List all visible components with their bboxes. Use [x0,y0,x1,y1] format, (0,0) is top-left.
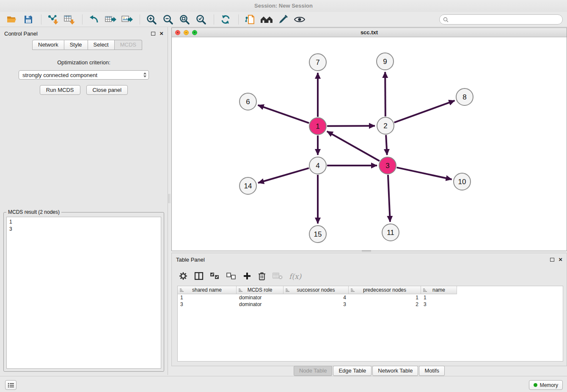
graph-edge-3-1[interactable] [327,131,380,161]
graph-node-8[interactable]: 8 [456,88,473,105]
show-columns-button[interactable] [194,272,204,282]
graph-node-3[interactable]: 3 [379,157,396,174]
graph-edge-3-10[interactable] [397,168,452,179]
close-panel-button[interactable]: Close panel [86,85,128,95]
float-panel-icon[interactable] [151,32,155,36]
tab-select[interactable]: Select [88,40,115,50]
graph-node-1[interactable]: 1 [309,118,326,135]
close-panel-icon[interactable]: × [559,257,562,262]
close-panel-icon[interactable]: × [160,30,163,36]
paint-style-button[interactable] [275,13,291,26]
graph-node-11[interactable]: 11 [382,224,399,241]
tab-network-table[interactable]: Network Table [372,366,418,376]
unselect-all-button[interactable] [226,272,237,282]
run-mcds-button[interactable]: Run MCDS [40,85,80,95]
show-hide-button[interactable] [292,13,307,26]
maximize-window-icon[interactable]: + [192,30,197,35]
column-header-successor-nodes[interactable]: successor nodes [284,286,349,294]
zoom-fit-button[interactable] [177,13,192,26]
export-network-icon [88,14,100,25]
zoom-in-button[interactable] [144,13,159,26]
memory-button[interactable]: Memory [529,380,563,390]
table-cell[interactable]: 3 [421,301,457,307]
table-cell[interactable]: 1 [421,295,457,301]
graph-node-4[interactable]: 4 [309,157,326,174]
panel-splitter-handle[interactable] [168,194,170,203]
select-all-button[interactable] [210,272,220,282]
graph-node-10[interactable]: 10 [454,173,471,190]
table-cell[interactable]: 2 [349,301,421,307]
column-header-label: MCDS role [248,287,272,293]
optimization-criterion-label: Optimization criterion: [0,59,168,66]
tab-style[interactable]: Style [64,40,88,50]
graph-node-9[interactable]: 9 [377,53,394,70]
export-table-button[interactable] [103,13,118,26]
search-box[interactable] [439,14,563,25]
column-header-MCDS-role[interactable]: MCDS role [237,286,284,294]
svg-text:7: 7 [316,58,319,66]
svg-text:1: 1 [316,122,319,130]
table-row[interactable]: 1dominator411 [178,294,563,301]
graph-node-2[interactable]: 2 [377,117,394,134]
delete-column-button[interactable] [258,271,266,282]
table-cell[interactable]: dominator [237,295,284,301]
svg-text:3: 3 [385,162,389,170]
mcds-result-group: MCDS result (2 nodes) 1 3 [3,209,164,372]
network-canvas[interactable]: 7968124314101511 [172,37,567,251]
refresh-button[interactable] [218,13,233,26]
svg-text:14: 14 [244,182,252,190]
import-network-button[interactable] [45,13,61,26]
svg-text:9: 9 [383,58,387,66]
graph-node-14[interactable]: 14 [239,177,256,194]
graph-node-15[interactable]: 15 [309,226,326,243]
float-panel-icon[interactable] [550,258,554,262]
graph-edge-2-3[interactable] [386,135,387,155]
column-header-name[interactable]: name [421,286,457,294]
table-cell[interactable]: 3 [178,301,237,307]
minimize-window-icon[interactable]: − [184,30,189,35]
table-settings-button[interactable] [179,271,188,282]
table-cell[interactable]: 3 [284,301,349,307]
optimization-criterion-select[interactable]: strongly connected component [19,70,149,80]
panel-menu-button[interactable] [5,380,17,390]
graph-edge-2-9[interactable] [385,72,385,116]
graph-node-6[interactable]: 6 [239,93,256,110]
table-cell[interactable]: dominator [237,301,284,307]
network-window-titlebar[interactable]: × − + scc.txt [172,28,567,37]
mcds-result-list[interactable]: 1 3 [6,217,161,369]
zoom-out-button[interactable] [160,13,176,26]
export-network-button[interactable] [86,13,102,26]
tab-edge-table[interactable]: Edge Table [333,366,372,376]
graph-edge-2-8[interactable] [394,101,455,123]
table-cell[interactable]: 4 [284,295,349,301]
export-image-button[interactable] [119,13,135,26]
import-table-button[interactable] [62,13,77,26]
window-splitter-handle[interactable] [362,250,371,252]
graph-edge-4-14[interactable] [258,168,309,183]
column-header-shared-name[interactable]: shared name [178,286,237,294]
zoom-selected-button[interactable] [193,13,209,26]
search-input[interactable] [451,17,559,22]
close-window-icon[interactable]: × [175,30,180,35]
first-neighbors-button[interactable] [259,13,274,26]
tab-mcds[interactable]: MCDS [115,40,142,50]
mcds-result-title: MCDS result (2 nodes) [6,209,61,215]
graph-edge-1-6[interactable] [258,105,309,123]
column-header-predecessor-nodes[interactable]: predecessor nodes [349,286,421,294]
open-session-button[interactable] [4,13,19,26]
table-cell[interactable]: 1 [178,295,237,301]
graph-node-7[interactable]: 7 [309,54,326,71]
refresh-icon [220,14,231,25]
tab-network[interactable]: Network [32,40,64,50]
graph-edge-1-2[interactable] [327,126,375,126]
network-view-window: × − + scc.txt 7968124314101511 [171,28,567,251]
function-builder-button[interactable]: f(x) [289,272,301,281]
save-session-button[interactable] [21,13,36,26]
table-row[interactable]: 3dominator323 [178,301,563,308]
clone-network-view-button[interactable] [242,13,258,26]
tab-motifs[interactable]: Motifs [419,366,445,376]
graph-edge-3-11[interactable] [388,175,390,222]
add-column-button[interactable] [243,272,251,282]
tab-node-table[interactable]: Node Table [294,366,333,376]
table-cell[interactable]: 1 [349,295,421,301]
